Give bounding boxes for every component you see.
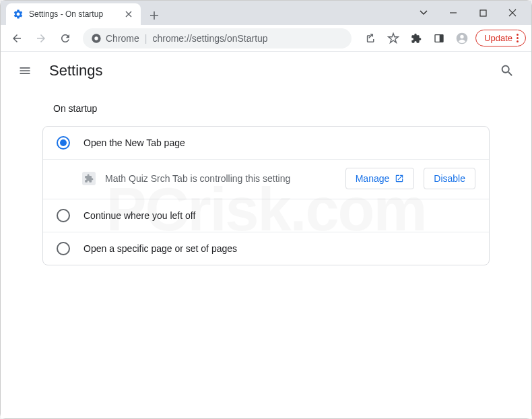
section-title: On startup <box>37 103 495 126</box>
radio-label: Continue where you left off <box>84 210 475 221</box>
gear-icon <box>13 9 24 20</box>
bookmark-icon[interactable] <box>384 29 403 48</box>
address-divider: | <box>145 33 147 44</box>
open-external-icon <box>395 174 404 183</box>
minimize-button[interactable] <box>440 3 467 23</box>
option-new-tab[interactable]: Open the New Tab page <box>43 127 489 160</box>
reload-button[interactable] <box>55 28 76 49</box>
toolbar: Chrome | chrome://settings/onStartup Upd… <box>1 25 531 52</box>
option-specific-pages[interactable]: Open a specific page or set of pages <box>43 232 489 265</box>
close-button[interactable] <box>499 3 526 23</box>
startup-options-card: Open the New Tab page Math Quiz Srch Tab… <box>42 126 490 265</box>
update-button[interactable]: Update <box>475 30 526 46</box>
extensions-icon[interactable] <box>407 29 426 48</box>
radio-unchecked-icon <box>57 209 70 222</box>
titlebar: Settings - On startup <box>1 1 531 25</box>
share-icon[interactable] <box>361 29 380 48</box>
address-url: chrome://settings/onStartup <box>152 33 267 44</box>
content-area: Settings On startup Open the New Tab pag… <box>1 52 531 418</box>
radio-label: Open the New Tab page <box>84 137 475 148</box>
svg-point-2 <box>94 36 98 40</box>
manage-label: Manage <box>356 173 390 184</box>
tab-title: Settings - On startup <box>29 9 118 19</box>
side-panel-icon[interactable] <box>430 29 448 48</box>
address-bar[interactable]: Chrome | chrome://settings/onStartup <box>83 28 352 49</box>
tab-strip: Settings - On startup <box>1 1 410 25</box>
extension-control-row: Math Quiz Srch Tab is controlling this s… <box>43 160 489 199</box>
chevron-down-icon[interactable] <box>410 3 437 23</box>
settings-body: On startup Open the New Tab page Math Qu… <box>37 90 495 279</box>
svg-point-6 <box>460 34 463 38</box>
chrome-icon <box>91 33 102 44</box>
scheme-chip: Chrome <box>91 33 139 44</box>
window-controls <box>410 3 531 23</box>
extension-message: Math Quiz Srch Tab is controlling this s… <box>105 173 336 184</box>
chrome-window: Settings - On startup <box>0 0 532 419</box>
settings-header: Settings <box>1 52 531 90</box>
extension-icon <box>82 172 96 185</box>
update-label: Update <box>484 33 512 43</box>
manage-button[interactable]: Manage <box>345 168 415 189</box>
maximize-button[interactable] <box>469 3 496 23</box>
svg-rect-4 <box>440 34 443 42</box>
disable-button[interactable]: Disable <box>424 168 475 189</box>
option-continue[interactable]: Continue where you left off <box>43 199 489 232</box>
disable-label: Disable <box>434 173 465 184</box>
radio-checked-icon <box>57 136 70 150</box>
back-button[interactable] <box>6 28 28 49</box>
active-tab[interactable]: Settings - On startup <box>6 3 141 25</box>
kebab-icon <box>517 34 519 42</box>
toolbar-actions: Update <box>358 29 526 48</box>
scheme-label: Chrome <box>106 33 139 44</box>
radio-label: Open a specific page or set of pages <box>84 243 475 254</box>
search-button[interactable] <box>494 57 521 84</box>
new-tab-button[interactable] <box>145 6 164 25</box>
close-icon[interactable] <box>123 9 134 20</box>
menu-button[interactable] <box>11 57 38 84</box>
forward-button[interactable] <box>30 28 52 49</box>
radio-unchecked-icon <box>57 242 70 255</box>
page-title: Settings <box>49 62 483 79</box>
profile-icon[interactable] <box>453 29 471 48</box>
svg-rect-0 <box>480 10 486 16</box>
